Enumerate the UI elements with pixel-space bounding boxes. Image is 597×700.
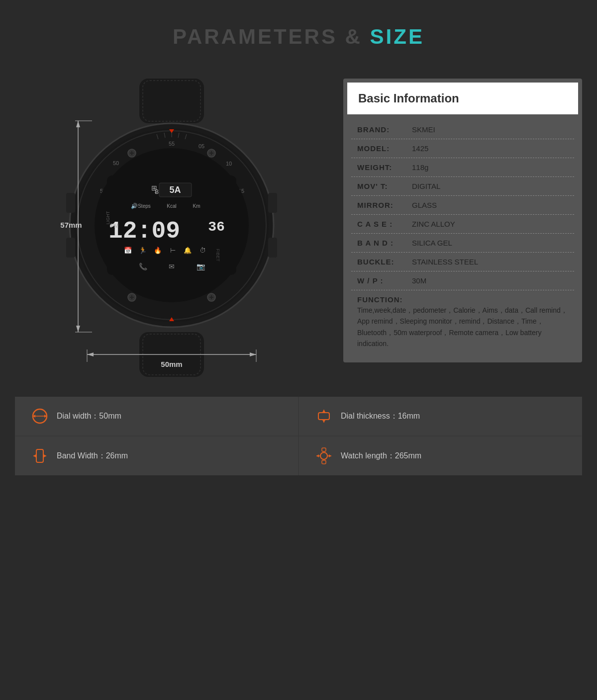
svg-point-93 — [320, 452, 327, 459]
info-label-6: B A N D : — [357, 239, 412, 247]
info-label-4: MIRROR: — [357, 201, 412, 209]
info-label-8: W / P : — [357, 276, 412, 285]
watch-face-container: /* Tick marks - done via circle path */ … — [57, 74, 286, 382]
svg-rect-6 — [66, 193, 75, 213]
svg-rect-7 — [66, 238, 75, 258]
info-row-8: W / P : 30M — [351, 271, 574, 290]
info-row-0: BRAND: SKMEI — [351, 120, 574, 139]
info-header-title: Basic Information — [358, 91, 567, 105]
info-rows: BRAND: SKMEI MODEL: 1425 WEIGHT: 118g MO… — [347, 120, 578, 358]
svg-marker-69 — [76, 326, 80, 332]
svg-rect-95 — [322, 460, 326, 464]
spec-item-dial-width: Dial width：50mm — [15, 397, 298, 436]
svg-text:📞: 📞 — [139, 262, 148, 271]
svg-text:🔔: 🔔 — [184, 246, 192, 255]
info-row-9: FUNCTION: Time,week,date，pedometer，Calor… — [351, 290, 574, 354]
spec-label-watch-length: Watch length：265mm — [341, 451, 421, 461]
spec-icon-band-width — [30, 446, 50, 465]
svg-text:⊢: ⊢ — [170, 247, 176, 254]
info-label-1: MODEL: — [357, 144, 412, 153]
spec-icon-dial-width — [30, 407, 50, 426]
spec-item-band-width: Band Width：26mm — [15, 437, 298, 475]
info-value-0: SKMEI — [412, 125, 568, 134]
svg-text:12:09: 12:09 — [108, 218, 180, 245]
page-title: PARAMETERS & SIZE — [0, 25, 597, 49]
info-value-1: 1425 — [412, 144, 568, 153]
info-label-2: WEIGHT: — [357, 163, 412, 172]
svg-text:📅: 📅 — [124, 246, 132, 255]
svg-text:5A: 5A — [169, 185, 181, 195]
svg-text:36: 36 — [208, 219, 225, 235]
specs-bar: Dial width：50mm Dial thickness：16mm Band… — [15, 397, 582, 475]
svg-marker-74 — [250, 352, 256, 356]
spec-label-dial-width: Dial width：50mm — [57, 411, 121, 422]
info-label-9: FUNCTION: — [357, 295, 412, 304]
info-label-7: BUCKLE: — [357, 258, 412, 266]
info-row-1: MODEL: 1425 — [351, 139, 574, 158]
svg-rect-94 — [322, 448, 326, 451]
spec-label-band-width: Band Width：26mm — [57, 451, 128, 461]
info-value-9: Time,week,date，pedometer，Calorie，Aims，da… — [357, 305, 568, 350]
info-value-2: 118g — [412, 163, 568, 172]
info-label-3: MOV' T: — [357, 182, 412, 190]
svg-text:50mm: 50mm — [161, 360, 182, 368]
info-row-4: MIRROR: GLASS — [351, 196, 574, 215]
svg-marker-99 — [329, 454, 331, 457]
svg-rect-0 — [139, 79, 204, 123]
info-row-7: BUCKLE: STAINLESS STEEL — [351, 253, 574, 271]
svg-text:57mm: 57mm — [60, 221, 82, 229]
title-params: PARAMETERS — [173, 25, 337, 48]
svg-rect-83 — [318, 413, 329, 420]
watch-section: /* Tick marks - done via circle path */ … — [15, 74, 328, 382]
svg-text:📷: 📷 — [197, 262, 205, 271]
svg-text:🔥: 🔥 — [154, 246, 162, 255]
info-value-6: SILICA GEL — [412, 239, 568, 247]
svg-marker-92 — [44, 454, 46, 457]
svg-marker-86 — [322, 410, 325, 412]
spec-label-dial-thickness: Dial thickness：16mm — [341, 411, 420, 422]
spec-item-watch-length: Watch length：265mm — [299, 437, 582, 475]
info-label-5: C A S E : — [357, 220, 412, 228]
svg-text:55: 55 — [169, 141, 175, 147]
svg-text:Kcal: Kcal — [167, 203, 176, 209]
svg-text:05: 05 — [199, 143, 204, 149]
page-header: PARAMETERS & SIZE — [0, 0, 597, 64]
title-size: SIZE — [370, 25, 424, 48]
svg-marker-87 — [322, 420, 325, 423]
svg-text:🔊: 🔊 — [131, 202, 138, 209]
svg-marker-68 — [76, 121, 80, 127]
svg-rect-88 — [36, 449, 43, 462]
info-value-7: STAINLESS STEEL — [412, 258, 568, 266]
svg-marker-91 — [33, 454, 36, 457]
svg-text:Steps: Steps — [138, 203, 151, 209]
svg-text:50: 50 — [113, 160, 119, 166]
info-label-0: BRAND: — [357, 125, 412, 134]
spec-icon-dial-thickness — [314, 407, 334, 426]
svg-text:FIBET: FIBET — [215, 249, 220, 262]
spec-item-dial-thickness: Dial thickness：16mm — [299, 397, 582, 436]
info-header: Basic Information — [347, 83, 578, 114]
watch-svg: /* Tick marks - done via circle path */ … — [57, 74, 286, 382]
svg-text:Ƀ: Ƀ — [155, 188, 159, 195]
info-row-6: B A N D : SILICA GEL — [351, 234, 574, 253]
svg-marker-98 — [316, 454, 319, 457]
svg-text:🏃: 🏃 — [139, 246, 147, 255]
info-value-3: DIGITAL — [412, 182, 568, 190]
svg-text:10: 10 — [226, 161, 232, 167]
info-value-4: GLASS — [412, 201, 568, 209]
info-value-8: 30M — [412, 276, 568, 285]
svg-rect-8 — [268, 193, 277, 213]
svg-text:⏱: ⏱ — [199, 247, 206, 254]
svg-text:PM: PM — [110, 223, 119, 229]
info-value-5: ZINC ALLOY — [412, 220, 568, 228]
svg-text:Km: Km — [193, 203, 200, 209]
svg-rect-9 — [268, 238, 277, 258]
info-row-3: MOV' T: DIGITAL — [351, 177, 574, 196]
svg-text:✉: ✉ — [169, 262, 175, 270]
info-row-2: WEIGHT: 118g — [351, 158, 574, 177]
info-panel: Basic Information BRAND: SKMEI MODEL: 14… — [343, 79, 582, 362]
spec-icon-watch-length — [314, 446, 334, 465]
svg-marker-73 — [87, 352, 94, 356]
main-content: /* Tick marks - done via circle path */ … — [15, 64, 582, 397]
info-row-5: C A S E : ZINC ALLOY — [351, 215, 574, 234]
